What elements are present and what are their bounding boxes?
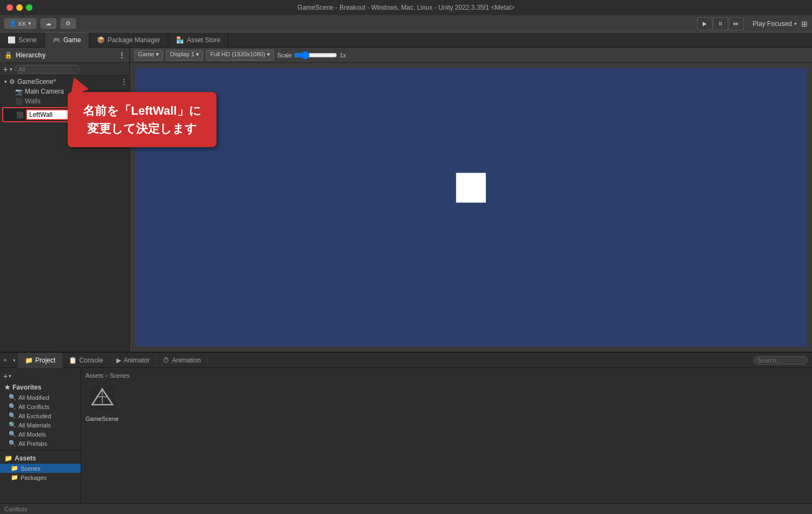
game-view-container: Game ▾ Display 1 ▾ Full HD (1920x1080) ▾… [130, 48, 812, 352]
hierarchy-title: Hierarchy [16, 51, 45, 59]
project-main: Assets › Scenes [81, 368, 812, 503]
title-bar: GameScene - Breakout - Windows, Mac, Lin… [0, 0, 812, 15]
animator-tab-label: Animator [123, 357, 149, 364]
add-asset-button[interactable]: + [3, 372, 8, 380]
game-tab-label: Game [63, 36, 81, 44]
tooltip-line1: 名前を「LeftWall」に [83, 102, 201, 120]
bottom-section: + ▾ 📁 Project 📋 Console ▶ Animator ⏱ Ani… [0, 352, 812, 514]
add-button[interactable]: + [3, 65, 8, 74]
breadcrumb-scenes[interactable]: Scenes [110, 372, 130, 379]
favorites-header: ★ Favorites [0, 382, 81, 393]
add-asset-dropdown[interactable]: ▾ [9, 373, 11, 379]
resolution-dropdown[interactable]: Full HD (1920x1080) ▾ [206, 50, 274, 61]
walls-label: Walls [25, 97, 41, 105]
tab-animator[interactable]: ▶ Animator [110, 353, 156, 368]
game-canvas [135, 68, 807, 346]
hierarchy-header: 🔒 Hierarchy ⋮ [0, 48, 129, 63]
sidebar-item-packages[interactable]: 📁 Packages [0, 473, 81, 482]
display-dropdown[interactable]: Display 1 ▾ [166, 50, 203, 61]
settings-button[interactable]: ⚙ [61, 18, 76, 29]
hierarchy-item-gamescene[interactable]: ▾ ⚙ GameScene* ⋮ [0, 77, 129, 87]
package-manager-label: Package Manager [108, 36, 160, 44]
gamescene-label: GameScene* [17, 78, 56, 85]
tab-project[interactable]: 📁 Project [18, 353, 62, 368]
sidebar-all-models[interactable]: 🔍 All Models [0, 430, 81, 439]
pause-button[interactable]: ⏸ [713, 17, 728, 30]
hierarchy-menu-icon[interactable]: ⋮ [119, 51, 125, 59]
editor-tab-bar: ⬜ Scene 🎮 Game 📦 Package Manager 🏪 Asset… [0, 32, 812, 48]
project-sidebar: + ▾ ★ Favorites 🔍 All Modified 🔍 All Con… [0, 368, 81, 503]
tab-game[interactable]: 🎮 Game [45, 32, 89, 48]
window-title: GameScene - Breakout - Windows, Mac, Lin… [298, 4, 515, 11]
divider [0, 450, 81, 451]
hierarchy-toolbar: + ▾ [0, 63, 129, 76]
play-focused-dropdown[interactable]: ▾ [794, 21, 797, 27]
minimize-button[interactable] [16, 4, 23, 11]
tab-animation[interactable]: ⏱ Animation [156, 353, 207, 368]
sidebar-all-modified[interactable]: 🔍 All Modified [0, 393, 81, 402]
hierarchy-search[interactable] [15, 65, 80, 74]
animation-tab-label: Animation [172, 357, 200, 364]
project-tab-label: Project [35, 357, 55, 364]
folder-scenes-icon: 📁 [11, 465, 18, 472]
console-tab-icon: 📋 [69, 357, 77, 364]
close-button[interactable] [6, 4, 13, 11]
lock-icon[interactable]: 🔒 [4, 51, 12, 59]
folder-icon: 📁 [4, 454, 12, 462]
assets-section-header: 📁 Assets [0, 453, 81, 464]
project-tab-icon: 📁 [25, 357, 33, 364]
game-mode-dropdown[interactable]: Game ▾ [134, 50, 163, 61]
add-bottom-button[interactable]: + [0, 353, 11, 368]
tooltip-line2: 変更して決定します [83, 120, 201, 137]
walls-icon: ⬛ [15, 98, 23, 105]
bottom-content: + ▾ ★ Favorites 🔍 All Modified 🔍 All Con… [0, 368, 812, 503]
scale-control: Scale 1x [277, 51, 346, 60]
game-tab-icon: 🎮 [53, 36, 61, 44]
favorites-label: Favorites [12, 384, 41, 391]
asset-store-label: Asset Store [187, 36, 220, 44]
account-button[interactable]: 👤 KK ▾ [4, 18, 36, 29]
project-search-input[interactable] [754, 356, 808, 365]
tab-scene[interactable]: ⬜ Scene [0, 32, 45, 48]
cloud-button[interactable]: ☁ [41, 18, 56, 29]
scale-value: 1x [339, 52, 346, 58]
search-icon-3: 🔍 [9, 412, 16, 419]
camera-icon: 📷 [15, 88, 23, 95]
game-object-square [456, 173, 486, 203]
sidebar-all-materials[interactable]: 🔍 All Materials [0, 420, 81, 430]
sidebar-all-prefabs[interactable]: 🔍 All Prefabs [0, 439, 81, 448]
bottom-tab-bar: + ▾ 📁 Project 📋 Console ▶ Animator ⏱ Ani… [0, 353, 812, 368]
asset-store-icon: 🏪 [176, 36, 184, 44]
expand-icon: ▾ [4, 79, 7, 84]
tab-asset-store[interactable]: 🏪 Asset Store [168, 32, 228, 48]
tooltip-box: 名前を「LeftWall」に 変更して決定します [68, 92, 217, 147]
search-icon-2: 🔍 [9, 403, 16, 410]
search-icon-5: 🔍 [9, 431, 16, 438]
breadcrumb-assets[interactable]: Assets [86, 372, 103, 379]
scene-menu-icon[interactable]: ⋮ [121, 78, 127, 85]
asset-gamescene[interactable]: GameScene [86, 383, 119, 422]
scale-slider[interactable] [294, 51, 337, 60]
dropdown-icon[interactable]: ▾ [10, 67, 12, 72]
add-dropdown[interactable]: ▾ [11, 353, 18, 368]
account-icon: 👤 [9, 20, 17, 27]
game-sub-toolbar: Game ▾ Display 1 ▾ Full HD (1920x1080) ▾… [130, 48, 812, 63]
maximize-button[interactable] [26, 4, 32, 11]
tab-console[interactable]: 📋 Console [62, 353, 110, 368]
conflicts-label: Conflicts [4, 506, 27, 512]
scene-icon: ⚙ [9, 78, 15, 85]
sidebar-all-conflicts[interactable]: 🔍 All Conflicts [0, 402, 81, 411]
step-button[interactable]: ⏭ [729, 17, 744, 30]
assets-grid: GameScene [86, 383, 808, 422]
search-icon-6: 🔍 [9, 440, 16, 447]
sidebar-item-scenes[interactable]: 📁 Scenes [0, 464, 81, 473]
main-toolbar: 👤 KK ▾ ☁ ⚙ ▶ ⏸ ⏭ Play Focused ▾ ⊞ [0, 15, 812, 32]
play-focused-area: Play Focused ▾ ⊞ [752, 19, 808, 28]
sidebar-all-excluded[interactable]: 🔍 All Excluded [0, 411, 81, 420]
animation-tab-icon: ⏱ [163, 357, 169, 364]
assets-label: Assets [15, 454, 36, 462]
play-button[interactable]: ▶ [697, 17, 712, 30]
project-toolbar: + ▾ [0, 370, 81, 382]
maximize-game-icon[interactable]: ⊞ [801, 19, 808, 28]
tab-package-manager[interactable]: 📦 Package Manager [89, 32, 168, 48]
